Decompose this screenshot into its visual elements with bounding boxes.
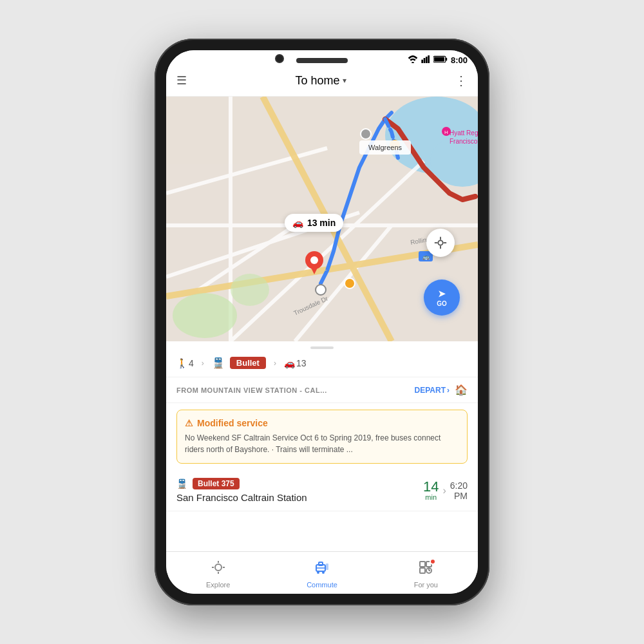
- destination-title: To home: [295, 74, 339, 88]
- svg-point-28: [361, 129, 371, 139]
- more-options-button[interactable]: ⋮: [455, 73, 468, 88]
- bullet-badge: Bullet: [230, 357, 266, 369]
- svg-rect-6: [446, 58, 447, 61]
- commute-label: Commute: [307, 581, 337, 589]
- phone-screen: 8:00 ☰ To home ▾ ⋮: [166, 50, 478, 594]
- train-left: 🚆 Bullet 375 San Francisco Caltrain Stat…: [176, 478, 307, 503]
- dropdown-arrow-icon: ▾: [343, 76, 346, 85]
- crosshair-icon: [433, 236, 448, 250]
- svg-rect-59: [420, 568, 425, 573]
- svg-point-46: [215, 564, 222, 571]
- alert-body-text: No Weekend SF Caltrain Service Oct 6 to …: [185, 432, 459, 455]
- bottom-nav: Explore Commute: [166, 551, 478, 594]
- handle-bar: [310, 346, 334, 349]
- status-icons: 8:00: [408, 55, 468, 65]
- train-right: 14 min › 6:20 PM: [423, 480, 468, 501]
- speaker: [296, 58, 348, 63]
- svg-rect-3: [426, 57, 428, 63]
- svg-point-55: [322, 571, 325, 574]
- svg-text:Francisco: Francisco: [450, 138, 478, 145]
- train-icon-sm: 🚆: [176, 478, 187, 489]
- svg-rect-4: [428, 55, 430, 63]
- minutes-count: 14: [423, 480, 439, 494]
- arrival-time: 6:20: [450, 480, 468, 491]
- alert-title-text: Modified service: [197, 418, 268, 428]
- svg-text:H: H: [444, 129, 448, 135]
- svg-rect-2: [424, 58, 426, 63]
- go-arrow-icon: ➤: [438, 289, 446, 299]
- time-badge: 🚗 13 min: [285, 214, 343, 232]
- depart-chevron-icon: ›: [447, 386, 450, 395]
- menu-button[interactable]: ☰: [176, 73, 187, 88]
- home-icon: 🏠: [455, 384, 468, 396]
- svg-rect-52: [319, 562, 323, 565]
- battery-icon: [433, 55, 448, 65]
- time-display: 8:00: [451, 55, 468, 65]
- svg-point-54: [317, 571, 319, 574]
- station-row[interactable]: FROM MOUNTAIN VIEW STATION - CAL... DEPA…: [166, 377, 478, 403]
- svg-point-21: [231, 274, 269, 306]
- location-button[interactable]: [426, 229, 455, 257]
- car-info: 🚗 13: [284, 358, 307, 368]
- svg-point-24: [310, 256, 318, 264]
- svg-rect-56: [326, 564, 328, 570]
- station-text: FROM MOUNTAIN VIEW STATION - CAL...: [176, 386, 415, 394]
- top-bar: ☰ To home ▾ ⋮: [166, 68, 478, 97]
- svg-text:🚌: 🚌: [422, 253, 430, 261]
- notification-badge: [430, 558, 436, 565]
- signal-icon: [421, 55, 430, 65]
- alert-box: ⚠ Modified service No Weekend SF Caltrai…: [176, 410, 468, 464]
- wifi-icon: [408, 55, 418, 65]
- train-badge-row: 🚆 Bullet 375: [176, 478, 307, 489]
- depart-label: DEPART: [415, 386, 446, 395]
- commute-icon: [314, 560, 330, 579]
- svg-rect-7: [434, 57, 444, 61]
- car-minutes: 13: [296, 358, 307, 368]
- svg-rect-57: [420, 562, 425, 567]
- drive-time: 13 min: [307, 218, 336, 228]
- route-arrow-1: ›: [202, 359, 204, 368]
- nav-for-you[interactable]: For you: [374, 557, 478, 591]
- svg-point-20: [173, 293, 237, 338]
- train-row[interactable]: 🚆 Bullet 375 San Francisco Caltrain Stat…: [166, 470, 478, 511]
- walk-info: 🚶 4: [176, 358, 194, 368]
- warning-icon: ⚠: [185, 418, 193, 428]
- map-area[interactable]: Walgreens Rollins Rd Trousdale Dr 82 Hya…: [166, 97, 478, 341]
- car-icon-route: 🚗: [284, 358, 295, 368]
- car-icon: 🚗: [292, 218, 303, 228]
- explore-icon: [211, 560, 226, 579]
- train-number-badge: Bullet 375: [193, 478, 240, 489]
- route-arrow-2: ›: [274, 359, 276, 368]
- sheet-handle: [166, 341, 478, 352]
- depart-link[interactable]: DEPART ›: [415, 386, 450, 395]
- svg-text:Hyatt Reg: Hyatt Reg: [450, 129, 478, 137]
- alert-title: ⚠ Modified service: [185, 418, 459, 428]
- time-arrow-icon: ›: [442, 485, 446, 497]
- explore-label: Explore: [206, 581, 230, 589]
- svg-text:Walgreens: Walgreens: [368, 144, 402, 151]
- walk-minutes: 4: [189, 358, 194, 368]
- train-station-name: San Francisco Caltrain Station: [176, 492, 307, 503]
- go-label: GO: [437, 300, 447, 307]
- phone-frame: 8:00 ☰ To home ▾ ⋮: [155, 39, 489, 605]
- svg-point-26: [316, 285, 326, 295]
- arrival-period: PM: [454, 491, 468, 501]
- svg-point-41: [438, 241, 442, 245]
- title-area[interactable]: To home ▾: [295, 74, 346, 88]
- nav-explore[interactable]: Explore: [166, 557, 270, 591]
- train-icon: 🚆: [212, 357, 225, 369]
- for-you-badge-container: [418, 560, 433, 579]
- route-summary: 🚶 4 › 🚆 Bullet › 🚗 13: [166, 352, 478, 377]
- nav-commute[interactable]: Commute: [270, 557, 374, 591]
- walk-icon: 🚶: [176, 358, 187, 368]
- go-button[interactable]: ➤ GO: [424, 279, 460, 316]
- svg-rect-1: [421, 60, 423, 63]
- bottom-sheet: 🚶 4 › 🚆 Bullet › 🚗 13 FROM MOUNTAIN VIEW…: [166, 341, 478, 551]
- minutes-label: min: [425, 494, 437, 501]
- svg-point-0: [412, 62, 414, 63]
- svg-point-27: [345, 278, 355, 289]
- foryou-label: For you: [414, 581, 438, 589]
